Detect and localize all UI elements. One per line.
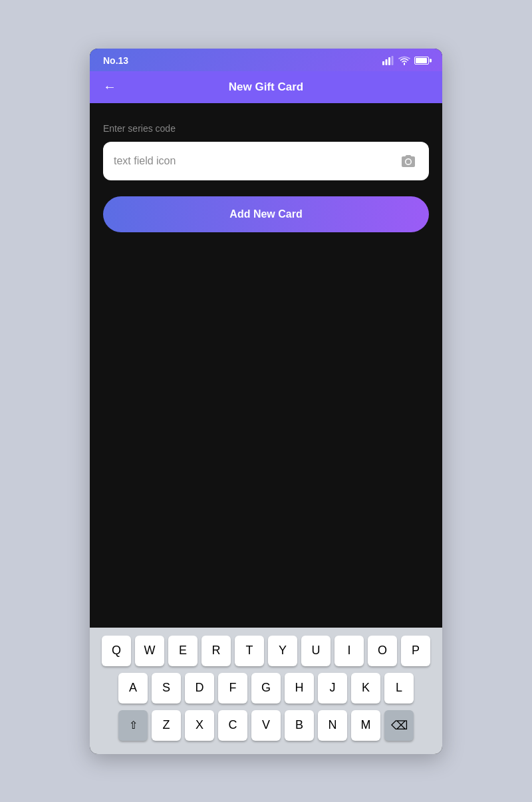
key-x[interactable]: X [185,710,214,741]
key-u[interactable]: U [301,636,331,666]
key-d[interactable]: D [185,673,214,703]
key-c[interactable]: C [218,710,247,741]
key-t[interactable]: T [235,636,264,666]
key-a[interactable]: A [118,673,148,703]
keyboard-row-3: ⇧ Z X C V B N M ⌫ [92,710,440,741]
key-m[interactable]: M [351,710,380,741]
key-s[interactable]: S [152,673,181,703]
key-f[interactable]: F [218,673,247,703]
shift-icon: ⇧ [129,719,138,731]
key-n[interactable]: N [318,710,347,741]
svg-rect-3 [392,56,394,65]
svg-point-4 [406,159,411,164]
status-icons [382,56,429,65]
key-l[interactable]: L [384,673,414,703]
battery-icon [414,57,429,65]
svg-rect-1 [386,59,388,65]
key-q[interactable]: Q [102,636,131,666]
keyboard-row-2: A S D F G H J K L [92,673,440,703]
key-k[interactable]: K [351,673,380,703]
add-card-button[interactable]: Add New Card [103,196,429,232]
text-field-value: text field icon [114,155,398,167]
svg-rect-0 [382,61,384,65]
page-title: New Gift Card [229,81,303,94]
key-w[interactable]: W [135,636,164,666]
key-i[interactable]: I [334,636,364,666]
camera-icon [400,153,416,169]
status-bar: No.13 [90,49,442,71]
key-j[interactable]: J [318,673,347,703]
delete-icon: ⌫ [391,718,408,733]
delete-key[interactable]: ⌫ [384,710,414,741]
back-button[interactable]: ← [103,79,116,95]
input-label: Enter series code [103,123,429,134]
key-p[interactable]: P [401,636,430,666]
wifi-icon [398,56,410,65]
key-r[interactable]: R [201,636,231,666]
key-e[interactable]: E [168,636,198,666]
key-b[interactable]: B [285,710,314,741]
series-code-field[interactable]: text field icon [103,142,429,180]
key-o[interactable]: O [368,636,397,666]
keyboard: Q W E R T Y U I O P A S D F G H J K L ⇧ … [90,628,442,754]
status-number: No.13 [103,55,128,66]
header: ← New Gift Card [90,71,442,103]
main-content: Enter series code text field icon Add Ne… [90,103,442,628]
signal-icon [382,56,394,65]
shift-key[interactable]: ⇧ [118,710,148,741]
camera-button[interactable] [398,151,418,171]
key-v[interactable]: V [251,710,281,741]
key-g[interactable]: G [251,673,281,703]
key-y[interactable]: Y [268,636,297,666]
key-h[interactable]: H [285,673,314,703]
keyboard-row-1: Q W E R T Y U I O P [92,636,440,666]
phone-frame: No.13 ← New Gift Card [90,49,442,754]
key-z[interactable]: Z [152,710,181,741]
svg-rect-2 [388,57,390,65]
